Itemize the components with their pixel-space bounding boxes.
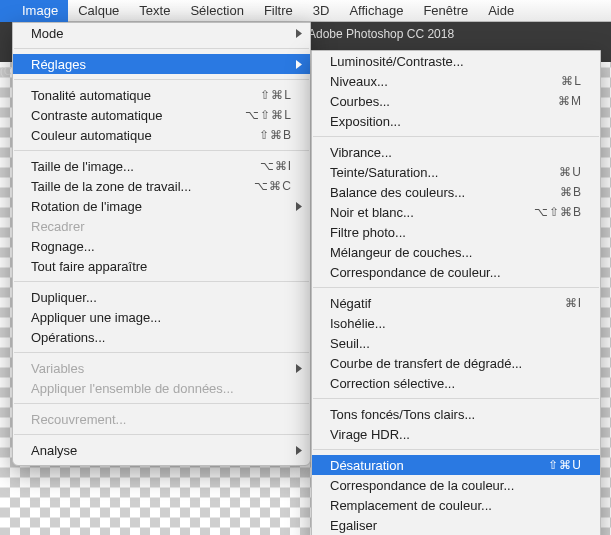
adjustments-submenu-separator (313, 287, 599, 288)
menu-item-appliquer-l-ensemble-de-donnees: Appliquer l'ensemble de données... (13, 378, 310, 398)
menu-item-label: Correction sélective... (330, 376, 582, 391)
menu-item-vibrance[interactable]: Vibrance... (312, 142, 600, 162)
menu-item-label: Tonalité automatique (31, 88, 260, 103)
menu-item-label: Variables (31, 361, 292, 376)
menu-item-label: Seuil... (330, 336, 582, 351)
menubar-item-3d[interactable]: 3D (303, 0, 340, 22)
adjustments-submenu-separator (313, 136, 599, 137)
adjustments-submenu-separator (313, 398, 599, 399)
menu-item-label: Taille de l'image... (31, 159, 260, 174)
menu-item-label: Recouvrement... (31, 412, 292, 427)
menu-item-correspondance-de-la-couleur[interactable]: Correspondance de la couleur... (312, 475, 600, 495)
menu-item-dupliquer[interactable]: Dupliquer... (13, 287, 310, 307)
menu-item-melangeur-de-couches[interactable]: Mélangeur de couches... (312, 242, 600, 262)
menu-item-rognage[interactable]: Rognage... (13, 236, 310, 256)
menu-item-correction-selective[interactable]: Correction sélective... (312, 373, 600, 393)
menu-item-label: Taille de la zone de travail... (31, 179, 254, 194)
menu-item-label: Balance des couleurs... (330, 185, 560, 200)
menu-item-operations[interactable]: Opérations... (13, 327, 310, 347)
image-menu-separator (14, 352, 309, 353)
menubar-item-aide[interactable]: Aide (478, 0, 524, 22)
menu-item-label: Appliquer une image... (31, 310, 292, 325)
menu-item-label: Correspondance de couleur... (330, 265, 582, 280)
menu-item-teinte-saturation[interactable]: Teinte/Saturation...⌘U (312, 162, 600, 182)
menubar-item-sélection[interactable]: Sélection (180, 0, 253, 22)
image-menu-separator (14, 403, 309, 404)
menu-item-label: Couleur automatique (31, 128, 259, 143)
menu-item-shortcut: ⌥⇧⌘L (245, 108, 292, 122)
menu-item-label: Vibrance... (330, 145, 582, 160)
menu-item-label: Exposition... (330, 114, 582, 129)
image-menu-separator (14, 281, 309, 282)
image-menu: ModeRéglagesTonalité automatique⇧⌘LContr… (12, 22, 311, 466)
menu-item-label: Négatif (330, 296, 565, 311)
menu-item-shortcut: ⌥⌘C (254, 179, 292, 193)
menu-item-appliquer-une-image[interactable]: Appliquer une image... (13, 307, 310, 327)
menu-item-negatif[interactable]: Négatif⌘I (312, 293, 600, 313)
menu-item-analyse[interactable]: Analyse (13, 440, 310, 460)
menu-item-remplacement-de-couleur[interactable]: Remplacement de couleur... (312, 495, 600, 515)
menu-item-reglages[interactable]: Réglages (13, 54, 310, 74)
menu-item-shortcut: ⌥⇧⌘B (534, 205, 582, 219)
menu-item-label: Contraste automatique (31, 108, 245, 123)
menu-item-desaturation[interactable]: Désaturation⇧⌘U (312, 455, 600, 475)
menu-item-egaliser[interactable]: Egaliser (312, 515, 600, 535)
menu-item-couleur-automatique[interactable]: Couleur automatique⇧⌘B (13, 125, 310, 145)
menu-item-variables: Variables (13, 358, 310, 378)
menu-item-taille-de-l-image[interactable]: Taille de l'image...⌥⌘I (13, 156, 310, 176)
menu-item-label: Appliquer l'ensemble de données... (31, 381, 292, 396)
submenu-arrow-icon (296, 202, 302, 211)
submenu-arrow-icon (296, 446, 302, 455)
menu-item-label: Virage HDR... (330, 427, 582, 442)
menu-item-label: Dupliquer... (31, 290, 292, 305)
menu-item-shortcut: ⌘I (565, 296, 582, 310)
menu-item-filtre-photo[interactable]: Filtre photo... (312, 222, 600, 242)
menu-item-label: Luminosité/Contraste... (330, 54, 582, 69)
menubar-item-filtre[interactable]: Filtre (254, 0, 303, 22)
menu-item-shortcut: ⌘U (559, 165, 582, 179)
menu-item-label: Courbes... (330, 94, 558, 109)
menubar-stub (0, 0, 12, 22)
submenu-arrow-icon (296, 29, 302, 38)
menu-item-isohelie[interactable]: Isohélie... (312, 313, 600, 333)
menu-item-shortcut: ⌘L (561, 74, 582, 88)
menu-item-niveaux[interactable]: Niveaux...⌘L (312, 71, 600, 91)
menu-item-contraste-automatique[interactable]: Contraste automatique⌥⇧⌘L (13, 105, 310, 125)
menu-item-label: Mélangeur de couches... (330, 245, 582, 260)
menu-item-rotation-de-l-image[interactable]: Rotation de l'image (13, 196, 310, 216)
menu-item-correspondance-de-couleur[interactable]: Correspondance de couleur... (312, 262, 600, 282)
menu-item-tons-fonces-tons-clairs[interactable]: Tons foncés/Tons clairs... (312, 404, 600, 424)
menu-item-luminosite-contraste[interactable]: Luminosité/Contraste... (312, 51, 600, 71)
menu-item-label: Recadrer (31, 219, 292, 234)
menu-item-exposition[interactable]: Exposition... (312, 111, 600, 131)
menu-item-label: Noir et blanc... (330, 205, 534, 220)
menu-item-label: Tout faire apparaître (31, 259, 292, 274)
menu-item-balance-des-couleurs[interactable]: Balance des couleurs...⌘B (312, 182, 600, 202)
menu-item-courbes[interactable]: Courbes...⌘M (312, 91, 600, 111)
menu-item-noir-et-blanc[interactable]: Noir et blanc...⌥⇧⌘B (312, 202, 600, 222)
menu-item-label: Filtre photo... (330, 225, 582, 240)
menubar-item-affichage[interactable]: Affichage (339, 0, 413, 22)
image-menu-separator (14, 150, 309, 151)
menu-item-shortcut: ⌘M (558, 94, 582, 108)
menu-item-label: Remplacement de couleur... (330, 498, 582, 513)
menubar-item-texte[interactable]: Texte (129, 0, 180, 22)
image-menu-separator (14, 434, 309, 435)
menu-item-courbe-de-transfert-de-degrade[interactable]: Courbe de transfert de dégradé... (312, 353, 600, 373)
menu-item-tout-faire-apparaitre[interactable]: Tout faire apparaître (13, 256, 310, 276)
menu-item-label: Tons foncés/Tons clairs... (330, 407, 582, 422)
menubar-item-calque[interactable]: Calque (68, 0, 129, 22)
menu-item-label: Rognage... (31, 239, 292, 254)
menubar-item-image[interactable]: Image (12, 0, 68, 22)
menubar-item-fenêtre[interactable]: Fenêtre (413, 0, 478, 22)
menu-item-mode[interactable]: Mode (13, 23, 310, 43)
menu-item-tonalite-automatique[interactable]: Tonalité automatique⇧⌘L (13, 85, 310, 105)
menu-item-taille-de-la-zone-de-travail[interactable]: Taille de la zone de travail...⌥⌘C (13, 176, 310, 196)
menu-item-virage-hdr[interactable]: Virage HDR... (312, 424, 600, 444)
menu-item-label: Désaturation (330, 458, 548, 473)
menu-item-label: Correspondance de la couleur... (330, 478, 582, 493)
menu-item-label: Egaliser (330, 518, 582, 533)
menu-item-seuil[interactable]: Seuil... (312, 333, 600, 353)
menu-item-shortcut: ⌘B (560, 185, 582, 199)
menu-item-label: Analyse (31, 443, 292, 458)
